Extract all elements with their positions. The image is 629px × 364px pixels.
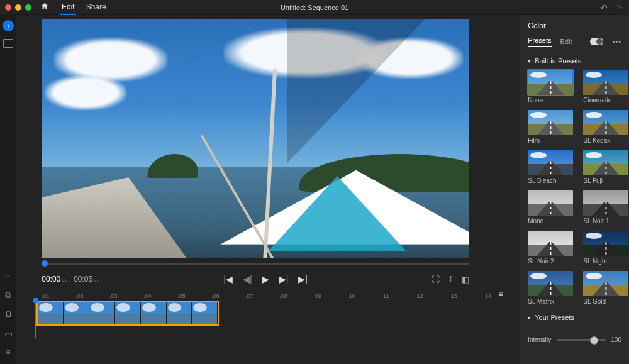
preset-thumb (583, 190, 628, 216)
preset-label: SL Matrix (528, 298, 573, 305)
scissors-icon[interactable]: ✂ (4, 271, 12, 281)
your-presets-header[interactable]: ▸ Your Presets (528, 314, 621, 321)
preset-label: SL Kodak (583, 137, 628, 144)
preset-thumb (528, 70, 573, 95)
ruler-tick: :02 (75, 293, 109, 299)
trash-icon[interactable] (4, 309, 13, 320)
goto-end-icon[interactable]: ▶| (298, 274, 308, 284)
track-options-icon[interactable]: ▭ (4, 329, 13, 339)
timeline-ruler[interactable]: :01:02:03:04:05:06:07:08:09:10:11:12:13:… (35, 289, 513, 299)
clip-thumb (192, 302, 218, 324)
preset-thumb (583, 110, 628, 135)
zoom-window[interactable] (25, 4, 31, 11)
ruler-tick: :08 (279, 293, 313, 299)
project-panel-icon[interactable] (3, 39, 13, 48)
intensity-slider[interactable] (557, 339, 606, 341)
ruler-tick: :06 (211, 293, 245, 299)
main-menu: Edit Share (60, 0, 108, 15)
titlebar: Edit Share Untitled: Sequence 01 ↶ ↷ (0, 0, 629, 15)
timeline[interactable] (35, 301, 513, 338)
preset-none[interactable]: None (528, 70, 573, 104)
menu-edit[interactable]: Edit (60, 0, 76, 15)
preset-cinematic[interactable]: Cinematic (583, 70, 628, 104)
center-area: 00:0000 00:0522 |◀ ◀| ▶ ▶| ▶| ⛶ ⤴ ◧ ≡ :0… (16, 15, 520, 364)
home-icon[interactable] (40, 2, 49, 13)
preset-sl-kodak[interactable]: SL Kodak (583, 110, 628, 144)
clip-thumb (38, 302, 64, 324)
step-back-icon[interactable]: ◀| (243, 274, 252, 284)
scrub-thumb[interactable] (42, 260, 48, 267)
video-preview[interactable] (42, 19, 469, 258)
preset-label: SL Fuji (583, 177, 628, 184)
left-rail: + ✂ ⧉ ▭ ≡ (0, 15, 16, 364)
quality-icon[interactable]: ◧ (462, 275, 469, 284)
close-window[interactable] (5, 4, 11, 11)
ruler-tick: :07 (245, 293, 279, 299)
transport-bar: 00:0000 00:0522 |◀ ◀| ▶ ▶| ▶| ⛶ ⤴ ◧ (42, 269, 469, 289)
preset-thumb (583, 271, 628, 296)
preset-preview-toggle[interactable] (590, 38, 604, 45)
playhead[interactable] (35, 301, 36, 338)
preset-label: SL Gold (583, 298, 628, 305)
preset-label: SL Noir 1 (583, 218, 628, 224)
color-panel: Color Presets Edit ••• ▾ Built-in Preset… (520, 15, 629, 364)
clip-thumb (115, 302, 141, 324)
preset-thumb (583, 231, 628, 256)
preset-sl-night[interactable]: SL Night (583, 231, 628, 265)
preset-film[interactable]: Film (528, 110, 573, 144)
preset-mono[interactable]: Mono (528, 190, 573, 224)
step-fwd-icon[interactable]: ▶| (279, 274, 289, 284)
preset-sl-noir-2[interactable]: SL Noir 2 (528, 231, 573, 265)
chevron-down-icon: ▾ (528, 58, 531, 64)
preset-sl-bleach[interactable]: SL Bleach (528, 150, 573, 184)
preset-thumb (528, 231, 573, 256)
preset-sl-fuji[interactable]: SL Fuji (583, 150, 628, 184)
preset-grid: NoneCinematicFilmSL KodakSL BleachSL Fuj… (528, 70, 621, 305)
scrub-bar[interactable] (42, 258, 513, 269)
ruler-tick: :01 (42, 293, 75, 299)
preset-sl-noir-1[interactable]: SL Noir 1 (583, 190, 628, 224)
timecode: 00:0000 00:0522 (42, 275, 99, 284)
preset-thumb (583, 150, 628, 175)
redo-icon[interactable]: ↷ (615, 3, 623, 13)
document-title: Untitled: Sequence 01 (281, 4, 348, 11)
tab-edit[interactable]: Edit (560, 38, 572, 45)
export-icon[interactable]: ⤴ (448, 275, 453, 284)
clip-thumb (167, 302, 192, 324)
goto-start-icon[interactable]: |◀ (223, 274, 233, 284)
preset-label: SL Bleach (528, 177, 573, 184)
fullscreen-icon[interactable]: ⛶ (431, 275, 440, 284)
play-icon[interactable]: ▶ (262, 274, 269, 284)
preset-label: None (528, 97, 573, 104)
duplicate-icon[interactable]: ⧉ (5, 290, 11, 301)
panel-more-icon[interactable]: ••• (612, 38, 621, 45)
undo-icon[interactable]: ↶ (600, 3, 608, 13)
video-clip[interactable] (36, 301, 219, 326)
clip-thumb (141, 302, 167, 324)
ruler-tick: :03 (109, 293, 143, 299)
tab-presets[interactable]: Presets (528, 36, 551, 47)
ruler-tick: :12 (415, 293, 449, 299)
ruler-tick: :05 (177, 293, 211, 299)
panel-title: Color (528, 21, 621, 30)
preset-label: SL Night (583, 258, 628, 265)
window-controls (0, 4, 31, 11)
builtin-presets-header[interactable]: ▾ Built-in Presets (528, 57, 621, 65)
add-media-button[interactable]: + (3, 20, 14, 31)
ruler-tick: :10 (347, 293, 381, 299)
preset-sl-matrix[interactable]: SL Matrix (528, 271, 573, 305)
clip-thumb (89, 302, 115, 324)
ruler-tick: :04 (143, 293, 177, 299)
intensity-value: 100 (611, 336, 621, 343)
minimize-window[interactable] (15, 4, 21, 11)
intensity-label: Intensity (528, 336, 551, 343)
preset-sl-gold[interactable]: SL Gold (583, 271, 628, 305)
menu-share[interactable]: Share (85, 0, 108, 15)
intensity-row: Intensity 100 (528, 336, 621, 343)
preset-thumb (528, 190, 573, 216)
preset-thumb (528, 271, 573, 296)
settings-lines-icon[interactable]: ≡ (6, 348, 11, 356)
chevron-right-icon: ▸ (528, 314, 531, 321)
preview-menu-icon[interactable]: ≡ (498, 289, 503, 299)
preset-label: Film (528, 137, 573, 144)
